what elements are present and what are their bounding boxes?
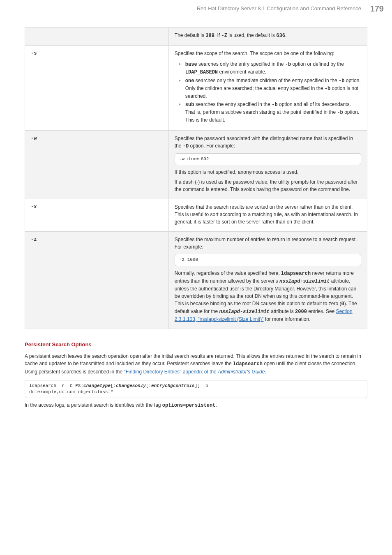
list-item: base searches only the entry specified i… <box>180 60 361 76</box>
description-cell: Specifies the password associated with t… <box>168 131 367 199</box>
desc-para: If a dash (-) is used as the password va… <box>175 178 361 193</box>
options-table: The default is 389. If -Z is used, the d… <box>25 27 367 329</box>
option-cell: -w <box>25 131 169 199</box>
option-cell: -x <box>25 199 169 232</box>
list-item: sub searches the entry specified in the … <box>180 101 361 124</box>
content-area: The default is 389. If -Z is used, the d… <box>0 17 392 430</box>
doc-title: Red Hat Directory Server 8.1 Configurati… <box>197 5 361 12</box>
option-cell: -s <box>25 46 169 131</box>
option-cell <box>25 28 169 46</box>
section-heading: Persistent Search Options <box>25 341 367 348</box>
list-item: one searches only the immediate children… <box>180 77 361 100</box>
table-row: -wSpecifies the password associated with… <box>25 131 367 199</box>
page-number: 179 <box>370 4 384 13</box>
desc-para: If this option is not specified, anonymo… <box>175 168 361 176</box>
description-cell: Specifies that the search results are so… <box>168 199 367 232</box>
page-header: Red Hat Directory Server 8.1 Configurati… <box>0 0 392 17</box>
link[interactable]: Administrator's Guide <box>218 369 265 375</box>
desc-para: The default is 389. If -Z is used, the d… <box>175 32 361 39</box>
table-row: The default is 389. If -Z is used, the d… <box>25 28 367 46</box>
bullet-list: base searches only the entry specified i… <box>175 60 361 124</box>
table-row: -zSpecifies the maximum number of entrie… <box>25 232 367 329</box>
desc-para: Normally, regardless of the value specif… <box>175 269 361 323</box>
code-example: -w diner892 <box>175 153 361 165</box>
table-row: -sSpecifies the scope of the search. The… <box>25 46 367 131</box>
section-p1: A persistent search leaves the search op… <box>25 352 367 376</box>
description-cell: Specifies the maximum number of entries … <box>168 232 367 329</box>
desc-para: Specifies the scope of the search. The s… <box>175 50 361 57</box>
link[interactable]: "Finding Directory Entries" appendix of … <box>124 369 218 375</box>
table-row: -xSpecifies that the search results are … <box>25 199 367 232</box>
description-cell: Specifies the scope of the search. The s… <box>168 46 367 131</box>
section-code: ldapsearch -r -C PS:changetype[:changeso… <box>25 380 367 398</box>
desc-para: Specifies the maximum number of entries … <box>175 236 361 251</box>
desc-para: Specifies that the search results are so… <box>175 203 361 226</box>
desc-para: Specifies the password associated with t… <box>175 135 361 150</box>
option-cell: -z <box>25 232 169 329</box>
code-example: -z 1000 <box>175 254 361 266</box>
section-p2: In the access logs, a persistent search … <box>25 401 367 410</box>
description-cell: The default is 389. If -Z is used, the d… <box>168 28 367 46</box>
